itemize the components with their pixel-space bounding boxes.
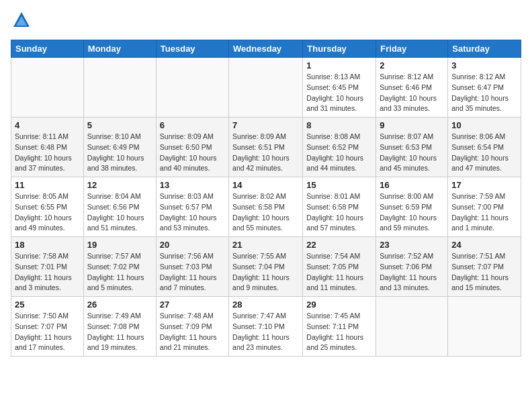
day-info: Sunrise: 8:09 AM Sunset: 6:51 PM Dayligh… — [232, 132, 299, 174]
day-number: 19 — [87, 240, 152, 250]
day-info: Sunrise: 8:12 AM Sunset: 6:46 PM Dayligh… — [380, 72, 444, 114]
day-number: 29 — [306, 300, 372, 310]
day-number: 1 — [306, 60, 372, 71]
day-number: 24 — [451, 240, 517, 250]
calendar-cell: 4Sunrise: 8:11 AM Sunset: 6:48 PM Daylig… — [11, 118, 84, 177]
calendar-week-5: 25Sunrise: 7:50 AM Sunset: 7:07 PM Dayli… — [11, 297, 521, 357]
calendar-cell: 16Sunrise: 8:00 AM Sunset: 6:59 PM Dayli… — [376, 177, 448, 237]
day-number: 3 — [451, 60, 517, 71]
calendar-cell — [376, 297, 448, 357]
calendar-cell: 13Sunrise: 8:03 AM Sunset: 6:57 PM Dayli… — [156, 177, 228, 237]
day-info: Sunrise: 8:05 AM Sunset: 6:55 PM Dayligh… — [15, 191, 80, 234]
day-info: Sunrise: 7:58 AM Sunset: 7:01 PM Dayligh… — [15, 251, 80, 293]
day-number: 23 — [380, 240, 444, 250]
logo-icon — [12, 11, 31, 30]
day-number: 26 — [87, 300, 152, 310]
day-info: Sunrise: 7:56 AM Sunset: 7:03 PM Dayligh… — [160, 251, 225, 293]
calendar-cell: 27Sunrise: 7:48 AM Sunset: 7:09 PM Dayli… — [156, 297, 228, 357]
day-info: Sunrise: 8:01 AM Sunset: 6:58 PM Dayligh… — [306, 191, 372, 234]
day-number: 12 — [87, 180, 152, 190]
day-info: Sunrise: 7:49 AM Sunset: 7:08 PM Dayligh… — [87, 311, 152, 353]
day-number: 20 — [160, 240, 225, 250]
calendar-week-3: 11Sunrise: 8:05 AM Sunset: 6:55 PM Dayli… — [11, 177, 521, 237]
day-number: 15 — [306, 180, 372, 190]
day-info: Sunrise: 7:45 AM Sunset: 7:11 PM Dayligh… — [306, 311, 372, 353]
day-info: Sunrise: 8:08 AM Sunset: 6:52 PM Dayligh… — [306, 132, 372, 174]
day-info: Sunrise: 7:50 AM Sunset: 7:07 PM Dayligh… — [15, 311, 80, 353]
day-info: Sunrise: 7:47 AM Sunset: 7:10 PM Dayligh… — [232, 311, 299, 353]
weekday-header-sunday: Sunday — [11, 40, 84, 58]
page-header — [11, 11, 521, 33]
day-number: 25 — [15, 300, 80, 310]
calendar-cell: 12Sunrise: 8:04 AM Sunset: 6:56 PM Dayli… — [83, 177, 156, 237]
calendar-table: SundayMondayTuesdayWednesdayThursdayFrid… — [11, 40, 521, 357]
day-info: Sunrise: 7:55 AM Sunset: 7:04 PM Dayligh… — [232, 251, 299, 293]
calendar-cell: 7Sunrise: 8:09 AM Sunset: 6:51 PM Daylig… — [229, 118, 303, 177]
calendar-header-row: SundayMondayTuesdayWednesdayThursdayFrid… — [11, 40, 521, 58]
day-info: Sunrise: 8:07 AM Sunset: 6:53 PM Dayligh… — [380, 132, 444, 174]
calendar-cell: 10Sunrise: 8:06 AM Sunset: 6:54 PM Dayli… — [448, 118, 521, 177]
calendar-cell: 11Sunrise: 8:05 AM Sunset: 6:55 PM Dayli… — [11, 177, 84, 237]
day-number: 13 — [160, 180, 225, 190]
day-number: 5 — [87, 120, 152, 130]
calendar-cell: 23Sunrise: 7:52 AM Sunset: 7:06 PM Dayli… — [376, 237, 448, 297]
day-info: Sunrise: 8:10 AM Sunset: 6:49 PM Dayligh… — [87, 132, 152, 174]
calendar-cell — [448, 297, 521, 357]
calendar-cell: 17Sunrise: 7:59 AM Sunset: 7:00 PM Dayli… — [448, 177, 521, 237]
day-number: 4 — [15, 120, 80, 130]
day-number: 9 — [380, 120, 444, 130]
day-info: Sunrise: 7:51 AM Sunset: 7:07 PM Dayligh… — [451, 251, 517, 293]
calendar-cell: 25Sunrise: 7:50 AM Sunset: 7:07 PM Dayli… — [11, 297, 84, 357]
day-info: Sunrise: 8:00 AM Sunset: 6:59 PM Dayligh… — [380, 191, 444, 234]
day-info: Sunrise: 7:52 AM Sunset: 7:06 PM Dayligh… — [380, 251, 444, 293]
calendar-cell: 28Sunrise: 7:47 AM Sunset: 7:10 PM Dayli… — [229, 297, 303, 357]
calendar-cell: 21Sunrise: 7:55 AM Sunset: 7:04 PM Dayli… — [229, 237, 303, 297]
day-number: 6 — [160, 120, 225, 130]
calendar-cell: 15Sunrise: 8:01 AM Sunset: 6:58 PM Dayli… — [303, 177, 376, 237]
calendar-cell — [83, 58, 156, 118]
day-info: Sunrise: 8:04 AM Sunset: 6:56 PM Dayligh… — [87, 191, 152, 234]
calendar-cell: 3Sunrise: 8:12 AM Sunset: 6:47 PM Daylig… — [448, 58, 521, 118]
calendar-cell: 6Sunrise: 8:09 AM Sunset: 6:50 PM Daylig… — [156, 118, 228, 177]
calendar-cell: 19Sunrise: 7:57 AM Sunset: 7:02 PM Dayli… — [83, 237, 156, 297]
day-number: 11 — [15, 180, 80, 190]
calendar-cell — [156, 58, 228, 118]
calendar-cell — [229, 58, 303, 118]
weekday-header-monday: Monday — [83, 40, 156, 58]
day-info: Sunrise: 7:57 AM Sunset: 7:02 PM Dayligh… — [87, 251, 152, 293]
calendar-cell: 5Sunrise: 8:10 AM Sunset: 6:49 PM Daylig… — [83, 118, 156, 177]
day-info: Sunrise: 8:02 AM Sunset: 6:58 PM Dayligh… — [232, 191, 299, 234]
logo — [11, 11, 31, 33]
calendar-cell: 1Sunrise: 8:13 AM Sunset: 6:45 PM Daylig… — [303, 58, 376, 118]
day-info: Sunrise: 7:59 AM Sunset: 7:00 PM Dayligh… — [451, 191, 517, 234]
calendar-week-4: 18Sunrise: 7:58 AM Sunset: 7:01 PM Dayli… — [11, 237, 521, 297]
day-number: 21 — [232, 240, 299, 250]
calendar-cell — [11, 58, 84, 118]
day-number: 10 — [451, 120, 517, 130]
day-info: Sunrise: 8:12 AM Sunset: 6:47 PM Dayligh… — [451, 72, 517, 114]
weekday-header-friday: Friday — [376, 40, 448, 58]
day-info: Sunrise: 8:03 AM Sunset: 6:57 PM Dayligh… — [160, 191, 225, 234]
weekday-header-thursday: Thursday — [303, 40, 376, 58]
calendar-week-1: 1Sunrise: 8:13 AM Sunset: 6:45 PM Daylig… — [11, 58, 521, 118]
day-info: Sunrise: 8:09 AM Sunset: 6:50 PM Dayligh… — [160, 132, 225, 174]
weekday-header-wednesday: Wednesday — [229, 40, 303, 58]
day-number: 28 — [232, 300, 299, 310]
calendar-cell: 9Sunrise: 8:07 AM Sunset: 6:53 PM Daylig… — [376, 118, 448, 177]
day-number: 7 — [232, 120, 299, 130]
day-number: 14 — [232, 180, 299, 190]
day-info: Sunrise: 7:48 AM Sunset: 7:09 PM Dayligh… — [160, 311, 225, 353]
calendar-cell: 18Sunrise: 7:58 AM Sunset: 7:01 PM Dayli… — [11, 237, 84, 297]
calendar-cell: 22Sunrise: 7:54 AM Sunset: 7:05 PM Dayli… — [303, 237, 376, 297]
day-number: 2 — [380, 60, 444, 71]
day-number: 16 — [380, 180, 444, 190]
day-number: 22 — [306, 240, 372, 250]
calendar-cell: 8Sunrise: 8:08 AM Sunset: 6:52 PM Daylig… — [303, 118, 376, 177]
day-number: 18 — [15, 240, 80, 250]
day-info: Sunrise: 7:54 AM Sunset: 7:05 PM Dayligh… — [306, 251, 372, 293]
calendar-cell: 29Sunrise: 7:45 AM Sunset: 7:11 PM Dayli… — [303, 297, 376, 357]
weekday-header-saturday: Saturday — [448, 40, 521, 58]
day-number: 8 — [306, 120, 372, 130]
day-info: Sunrise: 8:13 AM Sunset: 6:45 PM Dayligh… — [306, 72, 372, 114]
calendar-cell: 20Sunrise: 7:56 AM Sunset: 7:03 PM Dayli… — [156, 237, 228, 297]
